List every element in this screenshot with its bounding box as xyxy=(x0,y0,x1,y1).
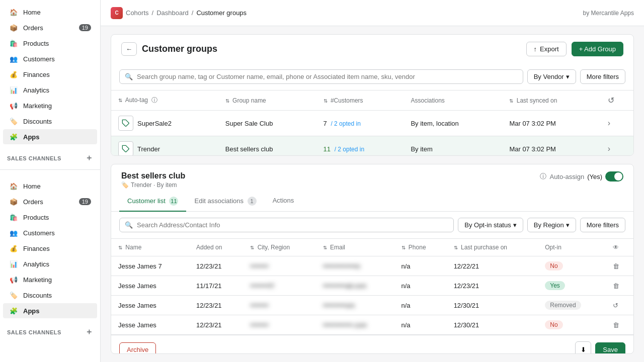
blurred-city2: ••••••••IY xyxy=(250,282,275,290)
eye-icon[interactable]: 👁 xyxy=(613,244,619,251)
blurred-email2: ••••••••••ail.com xyxy=(323,282,367,290)
col-refresh[interactable]: ↺ xyxy=(601,90,633,111)
orders2-badge: 19 xyxy=(79,198,91,205)
customers-table-head: ⇅ Name Added on ⇅ City, Region xyxy=(111,239,633,256)
panel-header: ← Customer groups ↑ Export + Add Group xyxy=(111,35,633,63)
groups-table-wrap: ⇅ Auto-tag ⓘ ⇅ Group name ⇅ #Customers xyxy=(111,90,633,156)
customers-table: ⇅ Name Added on ⇅ City, Region xyxy=(111,239,633,335)
archive-button[interactable]: Archive xyxy=(119,342,156,354)
products-icon: 🛍️ xyxy=(9,39,18,48)
table-row: Jesse James 7 12/23/21 •••••••• ••••••••… xyxy=(111,256,633,276)
chevron-down-icon2: ▾ xyxy=(513,221,517,229)
cell-cust-phone: n/a xyxy=(394,256,447,276)
col-name-label: Name xyxy=(125,244,141,251)
sort-icon-email: ⇅ xyxy=(323,245,327,250)
sidebar-item-marketing2[interactable]: 📢 Marketing xyxy=(3,272,97,287)
table-row[interactable]: SuperSale2 Super Sale Club 7 / 2 opted i… xyxy=(111,111,633,136)
customer-search-input[interactable] xyxy=(137,221,448,229)
save-button[interactable]: Save xyxy=(595,342,625,354)
orders-badge: 19 xyxy=(79,24,91,31)
customer-search-wrap: 🔍 xyxy=(119,218,454,232)
export-button[interactable]: ↑ Export xyxy=(526,42,567,56)
sidebar-item-home[interactable]: 🏠 Home xyxy=(3,5,97,20)
sidebar-item-customers[interactable]: 👥 Customers xyxy=(3,51,97,66)
cell-cust-added4: 12/23/21 xyxy=(189,315,243,335)
breadcrumb-cohorts[interactable]: Cohorts xyxy=(126,9,149,17)
restore-icon[interactable]: ↺ xyxy=(613,302,618,309)
sidebar-item-customers2[interactable]: 👥 Customers xyxy=(3,225,97,240)
sidebar-item-orders[interactable]: 📦 Orders 19 xyxy=(3,20,97,35)
detail-title-area: Best sellers club 🏷️ Trender · By item xyxy=(121,171,185,189)
add-sales-channel-icon[interactable]: ＋ xyxy=(85,153,94,163)
tab-customer-list-badge: 11 xyxy=(169,197,178,206)
delete-icon4[interactable]: 🗑 xyxy=(613,321,619,329)
cell-cust-email: ••••••••••••••m xyxy=(316,256,394,276)
sidebar-item-analytics[interactable]: 📊 Analytics xyxy=(3,82,97,98)
more-filters-label: More filters xyxy=(587,73,619,80)
cell-cust-delete4[interactable]: 🗑 xyxy=(606,315,633,335)
more-filters-button[interactable]: More filters xyxy=(580,69,625,84)
tab-customer-list-label: Customer list xyxy=(127,197,166,205)
sidebar-item-discounts2[interactable]: 🏷️ Discounts xyxy=(3,288,97,303)
download-button[interactable]: ⬇ xyxy=(575,341,591,354)
status-badge2: Yes xyxy=(545,281,565,290)
sidebar-item-label: Customers xyxy=(23,55,55,63)
groups-search-input[interactable] xyxy=(137,73,518,80)
groups-search-wrap: 🔍 xyxy=(119,69,523,84)
back-button[interactable]: ← xyxy=(121,42,137,56)
tab-actions[interactable]: Actions xyxy=(265,192,302,212)
breadcrumb-dashboard[interactable]: Dashboard xyxy=(156,9,189,17)
sidebar-item-analytics2[interactable]: 📊 Analytics xyxy=(3,256,97,272)
tab-edit-associations[interactable]: Edit associations 1 xyxy=(186,192,264,212)
sidebar-item-apps2[interactable]: 🧩 Apps xyxy=(3,303,97,318)
sidebar-item-products2[interactable]: 🛍️ Products xyxy=(3,210,97,225)
delete-icon2[interactable]: 🗑 xyxy=(613,282,619,290)
add-sales-channel2-icon[interactable]: ＋ xyxy=(85,327,94,337)
groups-header-row: ⇅ Auto-tag ⓘ ⇅ Group name ⇅ #Customers xyxy=(111,90,633,111)
tag-icon xyxy=(118,116,133,131)
delete-icon[interactable]: 🗑 xyxy=(613,262,619,270)
customer-groups-panel: ← Customer groups ↑ Export + Add Group 🔍 xyxy=(111,34,634,156)
refresh-icon[interactable]: ↺ xyxy=(608,96,614,105)
tab-customer-list[interactable]: Customer list 11 xyxy=(119,192,186,212)
sidebar-item-finances[interactable]: 💰 Finances xyxy=(3,67,97,82)
sidebar-item-discounts[interactable]: 🏷️ Discounts xyxy=(3,114,97,129)
groups-table-head: ⇅ Auto-tag ⓘ ⇅ Group name ⇅ #Customers xyxy=(111,90,633,111)
by-region-button[interactable]: By Region ▾ xyxy=(527,218,576,232)
detail-tabs: Customer list 11 Edit associations 1 Act… xyxy=(111,192,633,212)
sidebar-item-products[interactable]: 🛍️ Products xyxy=(3,36,97,51)
cell-cust-delete2[interactable]: 🗑 xyxy=(606,276,633,296)
apps2-icon: 🧩 xyxy=(9,306,18,315)
detail-panel: Best sellers club 🏷️ Trender · By item ⓘ… xyxy=(111,164,634,354)
add-group-button[interactable]: + Add Group xyxy=(572,42,623,56)
home-icon: 🏠 xyxy=(9,8,18,17)
sidebar-item-label: Orders xyxy=(23,198,43,206)
cell-cust-purchase: 12/22/21 xyxy=(447,256,538,276)
sidebar-item-home2[interactable]: 🏠 Home xyxy=(3,178,97,194)
sidebar-item-finances2[interactable]: 💰 Finances xyxy=(3,241,97,256)
cell-cust-optin3: Removed xyxy=(538,296,605,315)
by-vendor-button[interactable]: By Vendor ▾ xyxy=(527,69,576,84)
cell-cust-restore[interactable]: ↺ xyxy=(606,296,633,315)
auto-assign-value: (Yes) xyxy=(587,173,602,180)
opted-in-label: / 2 opted in xyxy=(331,120,360,127)
sidebar-item-label: Discounts xyxy=(23,118,52,125)
more-filters-label2: More filters xyxy=(587,221,619,229)
table-row[interactable]: Trender Best sellers club 11 / 2 opted i… xyxy=(111,136,633,156)
info-icon: ⓘ xyxy=(151,97,157,104)
by-optin-button[interactable]: By Opt-in status ▾ xyxy=(458,218,523,232)
col-optin-label: Opt-in xyxy=(545,244,561,251)
cell-cust-optin: No xyxy=(538,256,605,276)
sidebar: 🏠 Home 📦 Orders 19 🛍️ Products 👥 Custome… xyxy=(0,0,101,362)
auto-assign-toggle[interactable] xyxy=(605,171,623,182)
col-city-label: City, Region xyxy=(258,244,290,251)
marketing-icon: 📢 xyxy=(9,101,18,110)
more-filters-button2[interactable]: More filters xyxy=(580,218,625,232)
add-group-label: + Add Group xyxy=(579,45,616,53)
sidebar-item-marketing[interactable]: 📢 Marketing xyxy=(3,98,97,113)
panel-title-row: ← Customer groups xyxy=(121,42,217,56)
chevron-right-icon2: › xyxy=(608,144,610,153)
sidebar-item-orders2[interactable]: 📦 Orders 19 xyxy=(3,194,97,209)
sidebar-item-apps[interactable]: 🧩 Apps xyxy=(3,129,97,144)
cell-cust-delete[interactable]: 🗑 xyxy=(606,256,633,276)
